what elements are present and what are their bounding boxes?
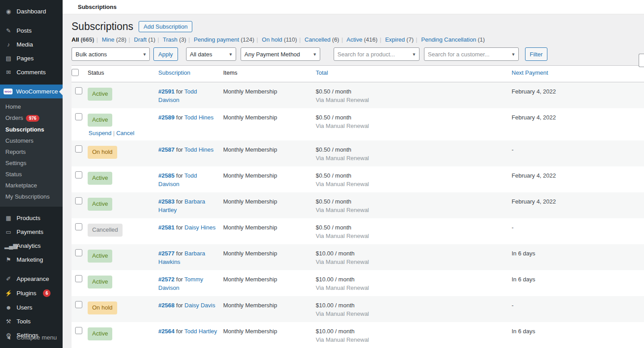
sidebar-subitem[interactable]: My Subscriptions: [0, 191, 63, 202]
sidebar-subitem[interactable]: Customers: [0, 135, 63, 146]
sidebar-item[interactable]: ◉ Dashboard: [0, 4, 63, 18]
sidebar-item[interactable]: ✎ Posts: [0, 24, 63, 38]
row-checkbox[interactable]: [75, 87, 82, 94]
status-filter-link[interactable]: Pending payment (124): [194, 36, 254, 43]
payment-method-select[interactable]: Any Payment Method▾: [241, 47, 320, 61]
chevron-down-icon: ▾: [512, 51, 515, 57]
renewal-method: Via Manual Renewal: [316, 336, 508, 344]
sidebar-item[interactable]: ⚑ Marketing: [0, 253, 63, 267]
sidebar-subitem[interactable]: Status: [0, 169, 63, 180]
sidebar-item[interactable]: ♪ Media: [0, 38, 63, 51]
row-checkbox[interactable]: [75, 275, 82, 282]
sidebar-subitem[interactable]: Reports: [0, 146, 63, 157]
subscription-id-link[interactable]: #2585: [158, 172, 174, 179]
select-all-checkbox[interactable]: [72, 69, 79, 76]
chevron-down-icon: ▾: [314, 51, 316, 57]
subscription-id-link[interactable]: #2572: [158, 276, 174, 283]
status-filter-link[interactable]: Pending Cancellation (1): [421, 36, 485, 43]
sidebar-subitem[interactable]: Home: [0, 101, 63, 112]
customer-link[interactable]: Daisy Davis: [185, 302, 216, 309]
row-checkbox[interactable]: [75, 223, 82, 230]
sidebar-subitem-label: My Subscriptions: [5, 193, 50, 200]
sidebar-item[interactable]: ☻ Users: [0, 301, 63, 314]
subscription-id-link[interactable]: #2568: [158, 302, 174, 309]
subscription-id-link[interactable]: #2591: [158, 88, 174, 95]
sidebar-item[interactable]: ▤ Pages: [0, 51, 63, 65]
row-checkbox[interactable]: [75, 113, 82, 120]
status-cell: On hold: [88, 296, 158, 322]
column-header-status: Status: [88, 66, 158, 82]
sidebar-subitem[interactable]: Subscriptions: [0, 124, 63, 135]
items-cell: Monthly Membership: [223, 108, 316, 140]
row-checkbox[interactable]: [75, 197, 82, 204]
sidebar-item[interactable]: ⚡ Plugins6: [0, 286, 63, 301]
dates-filter-select[interactable]: All dates▾: [186, 47, 236, 61]
status-filter-link[interactable]: Draft (1): [134, 36, 156, 43]
column-header-total[interactable]: Total: [316, 69, 328, 76]
total-cell: $10.00 / month Via Manual Renewal: [316, 244, 512, 270]
status-filter-link[interactable]: Mine (28): [102, 36, 127, 43]
subscription-id-link[interactable]: #2587: [158, 146, 174, 153]
subscription-id-link[interactable]: #2564: [158, 328, 174, 335]
suspend-link[interactable]: Suspend: [89, 130, 111, 136]
next-payment-cell: February 4, 2022: [512, 108, 644, 140]
total-amount: $10.00 / month: [316, 276, 508, 284]
sidebar-item[interactable]: ✐ Appearance: [0, 272, 63, 286]
subscription-id-link[interactable]: #2589: [158, 114, 174, 121]
bulk-actions-select[interactable]: Bulk actions▾: [72, 47, 150, 61]
page-title: Subscriptions: [72, 21, 133, 33]
subscription-cell: #2577 for Barbara Hawkins: [158, 244, 223, 270]
sidebar-item[interactable]: ▭ Payments: [0, 225, 63, 239]
status-filter-link[interactable]: Expired (7): [385, 36, 414, 43]
status-filter-link[interactable]: Trash (3): [163, 36, 186, 43]
cancel-link[interactable]: Cancel: [116, 130, 134, 136]
sidebar-subitem[interactable]: Marketplace: [0, 180, 63, 191]
analytics-icon: ▂▄▆: [4, 242, 13, 249]
subscription-id-link[interactable]: #2581: [158, 224, 174, 231]
product-search-select[interactable]: Search for a product...▾: [334, 47, 419, 61]
sidebar-subitem-label: Subscriptions: [5, 126, 44, 133]
search-input[interactable]: [639, 54, 644, 67]
status-filter-link[interactable]: Active (416): [347, 36, 377, 43]
top-bar: Subscriptions: [63, 0, 644, 14]
sidebar-item-label: Appearance: [17, 276, 49, 282]
column-header-subscription[interactable]: Subscription: [158, 69, 191, 76]
customer-link[interactable]: Todd Hines: [184, 146, 213, 153]
column-header-next-payment[interactable]: Next Payment: [512, 69, 548, 76]
row-checkbox[interactable]: [75, 171, 82, 178]
subscription-id-link[interactable]: #2583: [158, 198, 174, 205]
subscription-id-link[interactable]: #2577: [158, 250, 174, 257]
status-cell: Active: [88, 244, 158, 270]
apply-button[interactable]: Apply: [153, 47, 178, 61]
status-filter-link[interactable]: Cancelled (6): [305, 36, 339, 43]
filter-button[interactable]: Filter: [525, 47, 548, 61]
customer-search-select[interactable]: Search for a customer...▾: [424, 47, 519, 61]
sidebar-item-label: Marketing: [17, 256, 43, 263]
customer-link[interactable]: Todd Hines: [184, 114, 213, 121]
sidebar-item[interactable]: ⚒ Tools: [0, 314, 63, 328]
status-cell: Active: [88, 192, 158, 218]
row-checkbox[interactable]: [75, 301, 82, 308]
sidebar-item[interactable]: ▦ Products: [0, 211, 63, 225]
sidebar-item[interactable]: ✉ Comments: [0, 65, 63, 79]
status-filter-link[interactable]: On hold (110): [262, 36, 297, 43]
products-icon: ▦: [4, 215, 13, 221]
items-cell: Monthly Membership: [223, 218, 316, 244]
row-actions: Suspend | Cancel: [89, 129, 155, 138]
table-row: Active #2577 for Barbara Hawkins Monthly…: [72, 244, 644, 270]
add-subscription-button[interactable]: Add Subscription: [139, 21, 192, 32]
sidebar-subitem[interactable]: Orders976: [0, 112, 63, 124]
sidebar-item[interactable]: ▂▄▆ Analytics: [0, 239, 63, 253]
row-checkbox[interactable]: [75, 145, 82, 153]
customer-link[interactable]: Todd Hartley: [184, 328, 217, 335]
row-checkbox[interactable]: [75, 249, 82, 256]
status-filter-link[interactable]: All (665): [72, 36, 94, 43]
status-badge: On hold: [88, 146, 117, 159]
sidebar-subitem[interactable]: Settings: [0, 157, 63, 169]
customer-link[interactable]: Daisy Hines: [185, 224, 216, 231]
collapse-menu-button[interactable]: ◄ Collapse menu: [0, 331, 63, 344]
row-checkbox[interactable]: [75, 327, 82, 334]
total-amount: $0.50 / month: [316, 88, 508, 96]
pages-icon: ▤: [4, 55, 13, 62]
sidebar-item-woocommerce[interactable]: woo WooCommerce: [0, 85, 63, 98]
